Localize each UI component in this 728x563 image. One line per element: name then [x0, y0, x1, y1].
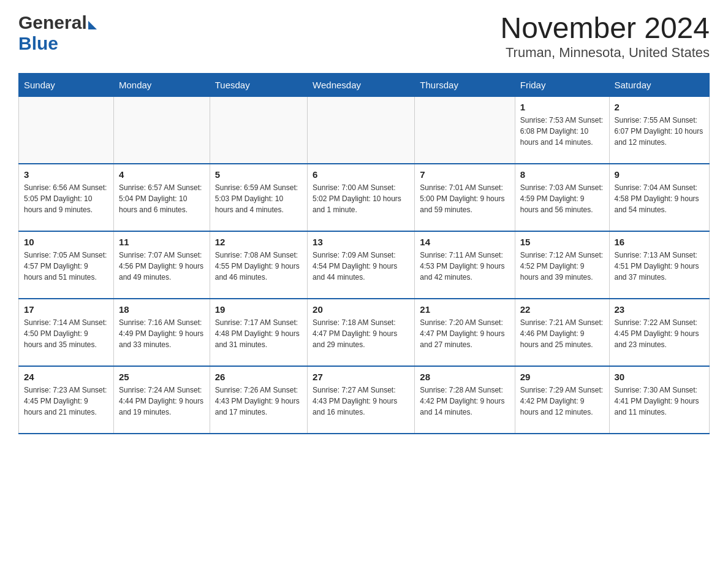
day-info: Sunrise: 7:09 AM Sunset: 4:54 PM Dayligh…	[313, 250, 409, 283]
calendar-cell: 29Sunrise: 7:29 AM Sunset: 4:42 PM Dayli…	[515, 366, 609, 434]
day-info: Sunrise: 7:53 AM Sunset: 6:08 PM Dayligh…	[520, 115, 604, 148]
day-info: Sunrise: 7:12 AM Sunset: 4:52 PM Dayligh…	[520, 250, 604, 283]
calendar-week-row: 24Sunrise: 7:23 AM Sunset: 4:45 PM Dayli…	[19, 366, 710, 434]
logo: General Blue	[18, 12, 97, 54]
day-number: 19	[215, 304, 302, 315]
page-title: November 2024	[500, 12, 710, 45]
day-info: Sunrise: 7:16 AM Sunset: 4:49 PM Dayligh…	[119, 317, 205, 350]
day-info: Sunrise: 7:11 AM Sunset: 4:53 PM Dayligh…	[420, 250, 509, 283]
day-number: 2	[615, 102, 704, 112]
calendar-cell: 5Sunrise: 6:59 AM Sunset: 5:03 PM Daylig…	[210, 164, 307, 231]
day-number: 12	[215, 237, 302, 247]
day-number: 13	[313, 237, 409, 247]
calendar-cell: 16Sunrise: 7:13 AM Sunset: 4:51 PM Dayli…	[609, 231, 709, 299]
day-number: 11	[119, 237, 205, 247]
day-number: 27	[313, 372, 409, 382]
page-subtitle: Truman, Minnesota, United States	[500, 45, 710, 61]
calendar-header: SundayMondayTuesdayWednesdayThursdayFrid…	[19, 73, 710, 96]
day-info: Sunrise: 7:55 AM Sunset: 6:07 PM Dayligh…	[615, 115, 704, 148]
day-info: Sunrise: 6:57 AM Sunset: 5:04 PM Dayligh…	[119, 182, 205, 215]
calendar-cell: 7Sunrise: 7:01 AM Sunset: 5:00 PM Daylig…	[415, 164, 515, 231]
calendar-cell: 2Sunrise: 7:55 AM Sunset: 6:07 PM Daylig…	[609, 96, 709, 164]
day-info: Sunrise: 7:22 AM Sunset: 4:45 PM Dayligh…	[615, 317, 704, 350]
day-info: Sunrise: 7:08 AM Sunset: 4:55 PM Dayligh…	[215, 250, 302, 283]
calendar-cell: 11Sunrise: 7:07 AM Sunset: 4:56 PM Dayli…	[113, 231, 210, 299]
weekday-header: Thursday	[415, 73, 515, 96]
day-number: 18	[119, 304, 205, 315]
calendar-cell: 17Sunrise: 7:14 AM Sunset: 4:50 PM Dayli…	[19, 299, 114, 366]
day-number: 28	[420, 372, 509, 382]
calendar-cell	[415, 96, 515, 164]
calendar-cell: 3Sunrise: 6:56 AM Sunset: 5:05 PM Daylig…	[19, 164, 114, 231]
weekday-header: Saturday	[609, 73, 709, 96]
calendar-cell: 24Sunrise: 7:23 AM Sunset: 4:45 PM Dayli…	[19, 366, 114, 434]
day-info: Sunrise: 7:13 AM Sunset: 4:51 PM Dayligh…	[615, 250, 704, 283]
day-info: Sunrise: 7:18 AM Sunset: 4:47 PM Dayligh…	[313, 317, 409, 350]
calendar-cell	[308, 96, 415, 164]
weekday-header: Monday	[113, 73, 210, 96]
calendar-week-row: 10Sunrise: 7:05 AM Sunset: 4:57 PM Dayli…	[19, 231, 710, 299]
day-number: 15	[520, 237, 604, 247]
calendar-cell: 18Sunrise: 7:16 AM Sunset: 4:49 PM Dayli…	[113, 299, 210, 366]
calendar-cell: 14Sunrise: 7:11 AM Sunset: 4:53 PM Dayli…	[415, 231, 515, 299]
day-number: 24	[24, 372, 108, 382]
day-info: Sunrise: 6:56 AM Sunset: 5:05 PM Dayligh…	[24, 182, 108, 215]
day-info: Sunrise: 7:23 AM Sunset: 4:45 PM Dayligh…	[24, 385, 108, 418]
calendar-cell: 13Sunrise: 7:09 AM Sunset: 4:54 PM Dayli…	[308, 231, 415, 299]
calendar-cell	[210, 96, 307, 164]
page-header: General Blue November 2024 Truman, Minne…	[18, 12, 710, 61]
day-number: 1	[520, 102, 604, 112]
calendar-cell: 12Sunrise: 7:08 AM Sunset: 4:55 PM Dayli…	[210, 231, 307, 299]
day-info: Sunrise: 7:17 AM Sunset: 4:48 PM Dayligh…	[215, 317, 302, 350]
day-info: Sunrise: 7:00 AM Sunset: 5:02 PM Dayligh…	[313, 182, 409, 215]
day-number: 29	[520, 372, 604, 382]
day-info: Sunrise: 7:14 AM Sunset: 4:50 PM Dayligh…	[24, 317, 108, 350]
day-number: 3	[24, 169, 108, 180]
calendar-cell: 23Sunrise: 7:22 AM Sunset: 4:45 PM Dayli…	[609, 299, 709, 366]
day-number: 9	[615, 169, 704, 180]
weekday-header: Tuesday	[210, 73, 307, 96]
calendar-cell: 6Sunrise: 7:00 AM Sunset: 5:02 PM Daylig…	[308, 164, 415, 231]
day-number: 17	[24, 304, 108, 315]
calendar-cell: 15Sunrise: 7:12 AM Sunset: 4:52 PM Dayli…	[515, 231, 609, 299]
calendar-cell	[113, 96, 210, 164]
calendar-cell: 4Sunrise: 6:57 AM Sunset: 5:04 PM Daylig…	[113, 164, 210, 231]
day-number: 23	[615, 304, 704, 315]
day-number: 10	[24, 237, 108, 247]
weekday-header: Friday	[515, 73, 609, 96]
calendar-cell: 8Sunrise: 7:03 AM Sunset: 4:59 PM Daylig…	[515, 164, 609, 231]
day-number: 30	[615, 372, 704, 382]
day-number: 6	[313, 169, 409, 180]
title-block: November 2024 Truman, Minnesota, United …	[500, 12, 710, 61]
day-info: Sunrise: 7:24 AM Sunset: 4:44 PM Dayligh…	[119, 385, 205, 418]
calendar-cell: 9Sunrise: 7:04 AM Sunset: 4:58 PM Daylig…	[609, 164, 709, 231]
calendar-cell: 28Sunrise: 7:28 AM Sunset: 4:42 PM Dayli…	[415, 366, 515, 434]
logo-arrow-icon	[88, 21, 97, 29]
day-info: Sunrise: 7:03 AM Sunset: 4:59 PM Dayligh…	[520, 182, 604, 215]
day-number: 20	[313, 304, 409, 315]
day-info: Sunrise: 7:29 AM Sunset: 4:42 PM Dayligh…	[520, 385, 604, 418]
calendar-week-row: 17Sunrise: 7:14 AM Sunset: 4:50 PM Dayli…	[19, 299, 710, 366]
calendar-cell: 27Sunrise: 7:27 AM Sunset: 4:43 PM Dayli…	[308, 366, 415, 434]
day-number: 14	[420, 237, 509, 247]
calendar-cell: 26Sunrise: 7:26 AM Sunset: 4:43 PM Dayli…	[210, 366, 307, 434]
calendar-cell: 30Sunrise: 7:30 AM Sunset: 4:41 PM Dayli…	[609, 366, 709, 434]
day-info: Sunrise: 7:30 AM Sunset: 4:41 PM Dayligh…	[615, 385, 704, 418]
weekday-header: Sunday	[19, 73, 114, 96]
day-info: Sunrise: 7:21 AM Sunset: 4:46 PM Dayligh…	[520, 317, 604, 350]
weekday-header: Wednesday	[308, 73, 415, 96]
calendar-cell: 19Sunrise: 7:17 AM Sunset: 4:48 PM Dayli…	[210, 299, 307, 366]
day-info: Sunrise: 7:20 AM Sunset: 4:47 PM Dayligh…	[420, 317, 509, 350]
day-number: 8	[520, 169, 604, 180]
calendar-week-row: 3Sunrise: 6:56 AM Sunset: 5:05 PM Daylig…	[19, 164, 710, 231]
calendar-body: 1Sunrise: 7:53 AM Sunset: 6:08 PM Daylig…	[19, 96, 710, 434]
day-number: 26	[215, 372, 302, 382]
day-number: 5	[215, 169, 302, 180]
day-number: 22	[520, 304, 604, 315]
day-info: Sunrise: 7:01 AM Sunset: 5:00 PM Dayligh…	[420, 182, 509, 215]
day-number: 16	[615, 237, 704, 247]
header-row: SundayMondayTuesdayWednesdayThursdayFrid…	[19, 73, 710, 96]
calendar-table: SundayMondayTuesdayWednesdayThursdayFrid…	[18, 73, 710, 435]
day-info: Sunrise: 7:28 AM Sunset: 4:42 PM Dayligh…	[420, 385, 509, 418]
day-number: 7	[420, 169, 509, 180]
